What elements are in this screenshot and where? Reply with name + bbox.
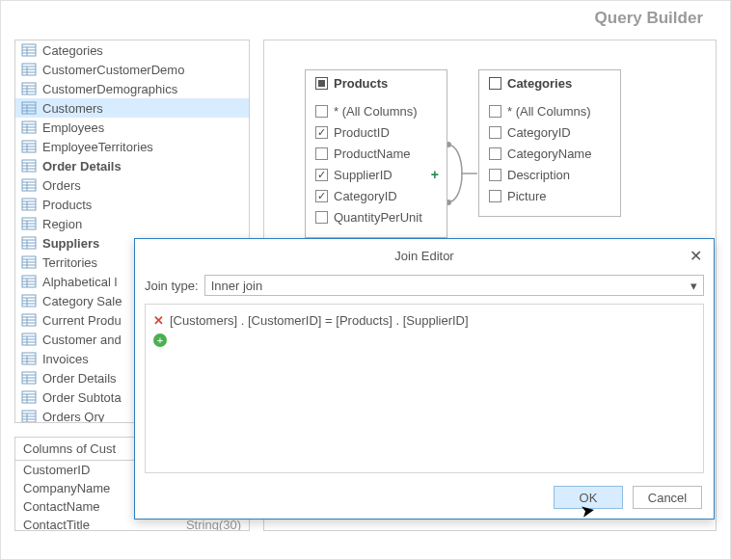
filled-square-icon <box>315 77 328 90</box>
checkbox-icon[interactable] <box>489 105 501 118</box>
table-label: Territories <box>42 255 97 270</box>
table-label: Category Sale <box>42 294 122 308</box>
table-icon <box>21 159 37 173</box>
table-icon <box>21 275 37 288</box>
table-item[interactable]: Region <box>15 214 249 233</box>
checkbox-icon[interactable] <box>315 147 328 160</box>
column-name: ContactTitle <box>23 518 90 531</box>
add-condition-icon[interactable]: + <box>153 333 167 347</box>
join-type-select[interactable]: Inner join ▾ <box>204 275 704 296</box>
table-icon <box>21 140 37 153</box>
table-item[interactable]: Order Details <box>15 156 249 175</box>
table-label: Current Produ <box>42 313 122 328</box>
entity-column-label: CategoryID <box>507 125 571 140</box>
delete-condition-icon[interactable]: ✕ <box>153 313 164 328</box>
entity-column-label: QuantityPerUnit <box>334 210 422 225</box>
empty-square-icon <box>489 77 501 90</box>
checkbox-icon[interactable] <box>489 169 501 181</box>
table-icon <box>21 333 37 346</box>
table-icon <box>21 101 37 115</box>
column-type: String(30) <box>186 518 241 531</box>
entity-column-label: Description <box>507 168 570 182</box>
entity-column[interactable]: ProductName <box>315 143 437 164</box>
table-label: Products <box>42 198 92 212</box>
entity-products[interactable]: Products * (All Columns)ProductIDProduct… <box>305 69 447 238</box>
entity-column-label: ProductID <box>334 125 390 140</box>
entity-column-label: CategoryName <box>507 147 591 161</box>
entity-column[interactable]: SupplierID+ <box>315 164 437 185</box>
conditions-area[interactable]: ✕ [Customers] . [CustomerID] = [Products… <box>145 304 704 473</box>
checkbox-icon[interactable] <box>315 169 328 181</box>
table-label: Order Details <box>42 159 122 173</box>
entity-title-label: Categories <box>507 76 572 91</box>
cancel-button[interactable]: Cancel <box>633 486 702 509</box>
entity-column-label: ProductName <box>334 147 410 161</box>
column-name: CustomerID <box>23 463 90 477</box>
entity-column[interactable]: QuantityPerUnit <box>315 206 437 227</box>
table-item[interactable]: Categories <box>15 40 249 60</box>
plus-icon[interactable]: + <box>431 167 439 182</box>
entity-column-label: Picture <box>507 189 546 203</box>
table-icon <box>21 43 37 57</box>
table-item[interactable]: Customers <box>15 98 249 118</box>
table-label: Order Details <box>42 371 117 386</box>
entity-column[interactable]: CategoryID <box>315 185 437 206</box>
table-label: CustomerDemographics <box>42 82 177 96</box>
table-label: Orders <box>42 178 81 193</box>
entity-column-label: CategoryID <box>334 189 397 203</box>
checkbox-icon[interactable] <box>315 126 328 139</box>
table-icon <box>21 120 37 134</box>
table-item[interactable]: Products <box>15 195 249 214</box>
table-label: EmployeeTerritories <box>42 140 153 154</box>
table-label: Region <box>42 217 82 231</box>
table-icon <box>21 63 37 76</box>
checkbox-icon[interactable] <box>489 147 501 160</box>
join-type-label: Join type: <box>145 279 199 293</box>
checkbox-icon[interactable] <box>315 211 328 224</box>
table-icon <box>21 352 37 365</box>
condition-text: [Customers] . [CustomerID] = [Products] … <box>170 313 469 328</box>
entity-column[interactable]: Description <box>489 164 610 185</box>
chevron-down-icon: ▾ <box>690 279 697 293</box>
table-icon <box>21 178 37 192</box>
entity-column[interactable]: * (All Columns) <box>315 100 437 121</box>
condition-row[interactable]: ✕ [Customers] . [CustomerID] = [Products… <box>153 310 695 330</box>
table-icon <box>21 198 37 211</box>
table-icon <box>21 390 37 404</box>
table-item[interactable]: Employees <box>15 118 249 137</box>
entity-column[interactable]: CategoryID <box>489 121 610 143</box>
table-icon <box>21 255 37 269</box>
entity-column-label: SupplierID <box>334 168 393 182</box>
table-label: Employees <box>42 120 104 135</box>
checkbox-icon[interactable] <box>315 190 328 202</box>
table-item[interactable]: CustomerDemographics <box>15 79 249 98</box>
table-icon <box>21 294 37 307</box>
table-label: Suppliers <box>42 236 99 251</box>
ok-button[interactable]: OK <box>554 486 623 509</box>
column-name: CompanyName <box>23 481 110 495</box>
table-icon <box>21 371 37 385</box>
table-label: Invoices <box>42 352 89 366</box>
table-icon <box>21 410 37 423</box>
checkbox-icon[interactable] <box>315 105 328 118</box>
entity-column[interactable]: CategoryName <box>489 143 610 164</box>
page-title: Query Builder <box>1 1 730 40</box>
table-item[interactable]: CustomerCustomerDemo <box>15 60 249 79</box>
entity-column[interactable]: ProductID <box>315 121 437 143</box>
close-icon[interactable]: ✕ <box>690 247 702 265</box>
checkbox-icon[interactable] <box>489 190 501 202</box>
column-name: ContactName <box>23 499 99 514</box>
entity-column-label: * (All Columns) <box>334 104 418 119</box>
entity-title-label: Products <box>334 76 388 91</box>
table-label: Categories <box>42 43 103 58</box>
table-label: CustomerCustomerDemo <box>42 63 184 77</box>
table-item[interactable]: EmployeeTerritories <box>15 137 249 156</box>
table-label: Orders Qry <box>42 410 104 424</box>
table-icon <box>21 236 37 250</box>
entity-categories[interactable]: Categories * (All Columns)CategoryIDCate… <box>478 69 621 217</box>
entity-column[interactable]: * (All Columns) <box>489 100 610 121</box>
join-type-value: Inner join <box>211 279 262 293</box>
table-item[interactable]: Orders <box>15 175 249 195</box>
checkbox-icon[interactable] <box>489 126 501 139</box>
entity-column[interactable]: Picture <box>489 185 610 206</box>
